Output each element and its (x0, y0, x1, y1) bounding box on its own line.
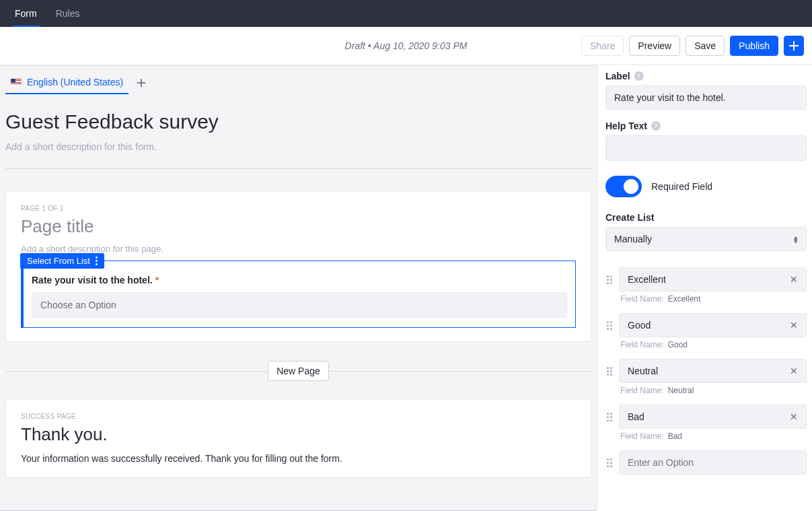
required-label: Required Field (651, 181, 712, 192)
option-fieldname: Field Name: Neutral (620, 386, 807, 395)
create-list-select[interactable]: Manually ▴▾ (605, 227, 807, 251)
page-card: PAGE 1 OF 1 Page title Add a short descr… (5, 191, 591, 342)
page-counter: PAGE 1 OF 1 (21, 205, 576, 212)
option-fieldname: Field Name: Bad (620, 432, 807, 441)
language-tab[interactable]: English (United States) (5, 73, 128, 94)
help-icon[interactable]: ? (634, 71, 644, 81)
remove-option-button[interactable]: ✕ (790, 366, 798, 376)
field-type-badge[interactable]: Select From List (20, 253, 104, 269)
option-fieldname: Field Name: Excellent (620, 294, 807, 304)
form-title[interactable]: Guest Feedback survey (5, 110, 591, 133)
caret-sort-icon: ▴▾ (794, 235, 798, 243)
tab-form[interactable]: Form (5, 0, 46, 27)
add-button[interactable] (784, 36, 804, 56)
create-list-header: Create List (605, 212, 807, 223)
new-option-input[interactable] (619, 450, 807, 475)
drag-handle-icon[interactable] (605, 367, 614, 376)
option-row: Good ✕ (605, 313, 807, 337)
remove-option-button[interactable]: ✕ (790, 320, 798, 331)
option-input[interactable]: Good ✕ (619, 313, 807, 337)
drag-handle-icon[interactable] (605, 413, 614, 421)
option-input[interactable]: Neutral ✕ (619, 359, 807, 383)
language-label: English (United States) (27, 77, 123, 88)
success-page-label: SUCCESS PAGE (21, 413, 576, 420)
option-row-new (605, 450, 807, 475)
add-language-button[interactable] (134, 75, 149, 92)
option-fieldname: Field Name: Good (620, 340, 807, 349)
option-row: Neutral ✕ (605, 359, 807, 383)
form-description[interactable]: Add a short description for this form. (5, 141, 591, 168)
divider (5, 168, 591, 169)
draft-status: Draft • Aug 10, 2020 9:03 PM (345, 40, 468, 51)
drag-handle-icon[interactable] (605, 321, 614, 330)
required-toggle[interactable] (605, 176, 642, 197)
field-dropdown[interactable]: Choose an Option (32, 292, 567, 318)
preview-button[interactable]: Preview (629, 36, 680, 56)
tab-rules[interactable]: Rules (46, 0, 89, 27)
success-page-card: SUCCESS PAGE Thank you. Your information… (5, 399, 591, 478)
kebab-icon[interactable] (96, 257, 98, 265)
remove-option-button[interactable]: ✕ (790, 411, 798, 422)
selected-field[interactable]: Rate your visit to the hotel.* Choose an… (21, 261, 576, 328)
form-canvas: English (United States) Guest Feedback s… (0, 65, 597, 511)
new-page-button[interactable]: New Page (268, 361, 329, 381)
label-input[interactable] (605, 86, 807, 110)
success-body[interactable]: Your information was successfully receiv… (21, 453, 576, 464)
help-icon[interactable]: ? (651, 121, 661, 131)
option-row: Bad ✕ (605, 405, 807, 429)
action-bar: Draft • Aug 10, 2020 9:03 PM Share Previ… (0, 27, 812, 65)
properties-sidebar: Label ? Help Text ? Required Field Creat… (597, 65, 812, 511)
remove-option-button[interactable]: ✕ (790, 274, 798, 285)
create-list-value: Manually (614, 234, 652, 244)
publish-button[interactable]: Publish (730, 36, 778, 56)
plus-icon (137, 78, 146, 88)
top-nav: Form Rules (0, 0, 812, 27)
option-row: Excellent ✕ (605, 267, 807, 292)
page-description[interactable]: Add a short description for this page. (21, 244, 576, 254)
required-indicator: * (155, 275, 159, 285)
share-button: Share (581, 36, 624, 56)
drag-handle-icon[interactable] (605, 458, 614, 467)
help-text-header: Help Text ? (605, 121, 807, 131)
plus-icon (788, 40, 799, 51)
option-input[interactable]: Bad ✕ (619, 405, 807, 429)
us-flag-icon (11, 79, 22, 86)
page-title[interactable]: Page title (21, 216, 576, 237)
save-button[interactable]: Save (686, 36, 725, 56)
label-header: Label ? (605, 71, 807, 81)
field-type-label: Select From List (27, 256, 90, 266)
success-title[interactable]: Thank you. (21, 424, 576, 445)
option-input[interactable]: Excellent ✕ (619, 267, 807, 292)
drag-handle-icon[interactable] (605, 275, 614, 284)
help-text-input[interactable] (605, 135, 807, 161)
field-label: Rate your visit to the hotel.* (32, 275, 567, 285)
